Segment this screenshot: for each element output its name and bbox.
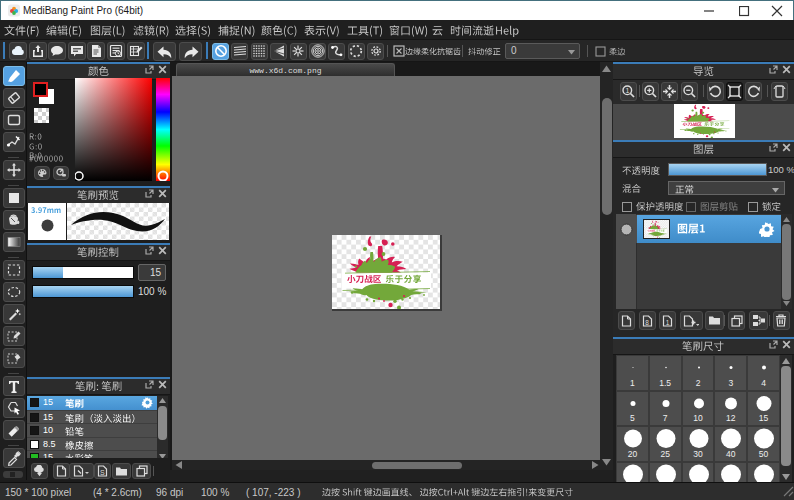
svg-text:1: 1 <box>625 86 629 93</box>
svg-text:S: S <box>100 469 105 476</box>
svg-text:8: 8 <box>645 318 649 325</box>
svg-text:1: 1 <box>666 318 670 325</box>
